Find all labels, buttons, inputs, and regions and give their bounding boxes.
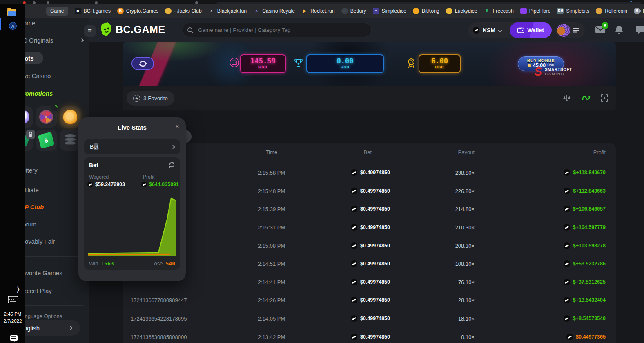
wallet-button[interactable]: Wallet	[510, 22, 552, 38]
bet-payout: 28.10×	[408, 297, 475, 303]
table-row[interactable]: 1724136630885008000 2:13:42 PM $0.499748…	[123, 327, 616, 343]
keyboard-icon[interactable]	[8, 296, 18, 303]
balance-display-bonus: 6.00 USD	[419, 54, 461, 73]
bet-amount: $0.49974850	[319, 334, 390, 340]
profile-cluster[interactable]	[555, 22, 585, 38]
bet-profit: $+103.598278	[475, 242, 606, 249]
header: ≡ BC.GAME KSM Wallet 8	[89, 18, 644, 42]
favorite-label: 3 Favorite	[143, 95, 168, 101]
bookmark-item[interactable]: $Freecash	[484, 8, 514, 14]
bet-time: 2:14:05 PM	[221, 316, 323, 322]
bookmark-item[interactable]: ♠Blackjack.fun	[208, 8, 247, 14]
logo-text: BC.GAME	[116, 24, 165, 36]
loop-arrows-icon	[138, 60, 148, 67]
bookmark-item[interactable]: BCrypto.Games	[117, 8, 158, 14]
bookmark-item[interactable]: Game	[46, 7, 68, 16]
coin-icon	[564, 169, 570, 176]
lose-count: 540	[166, 260, 175, 267]
game-tile-coins[interactable]	[60, 130, 81, 151]
currency-selector[interactable]: KSM Wallet	[468, 22, 552, 38]
bcgame-logo[interactable]: BC.GAME	[100, 22, 165, 36]
sidebar-divider	[19, 256, 84, 257]
taskbar-expand-chevron[interactable]: ❭	[16, 285, 21, 293]
bookmark-favicon	[596, 8, 602, 14]
live-stats-icon[interactable]	[582, 94, 591, 102]
coin-icon	[564, 242, 570, 249]
stats-mode-selector[interactable]: Bet	[84, 139, 180, 154]
browser-tab-strip	[0, 0, 644, 4]
hamburger-menu-button[interactable]: ≡	[84, 25, 96, 37]
bet-time: 2:13:42 PM	[221, 334, 323, 340]
bookmark-item[interactable]: •Simpledice	[373, 8, 406, 14]
taskbar-clock[interactable]: 2:45 PM 2/7/2022	[0, 311, 25, 325]
coin-icon	[564, 260, 570, 267]
coin-icon	[351, 334, 357, 340]
balance-value: 145.59	[241, 57, 285, 65]
reset-stats-icon[interactable]	[168, 161, 175, 168]
bookmark-label: Luckydice	[455, 8, 477, 14]
fairness-scales-icon[interactable]	[563, 94, 571, 102]
search-bar[interactable]	[182, 23, 372, 37]
dollar-tag-icon: $	[38, 132, 54, 148]
bookmark-item[interactable]: Rollercoin	[596, 8, 627, 14]
bookmarks-overflow-icon[interactable]: »	[638, 7, 642, 14]
win-lose-chart	[88, 195, 176, 256]
bet-amount: $0.49974850	[319, 242, 390, 249]
bet-profit: $+112.843663	[475, 188, 606, 194]
bookmark-item[interactable]: BitKong	[413, 8, 439, 14]
bookmark-item[interactable]: Luckydice	[446, 8, 477, 14]
banner-refresh-button[interactable]	[131, 57, 154, 70]
coin-icon	[141, 182, 147, 187]
bookmark-item[interactable]: ♣Casino Royale	[253, 8, 295, 14]
menu-list-icon	[573, 27, 579, 33]
chat-button[interactable]	[635, 25, 644, 36]
bookmark-item[interactable]: ▶Rocket.run	[301, 8, 334, 14]
search-input[interactable]	[197, 27, 366, 34]
notification-center-icon[interactable]	[10, 334, 18, 343]
bookmark-item[interactable]: ☻BCH.games	[75, 8, 111, 14]
table-row[interactable]: 2:15:48 PM $0.49974850 226.80× $+112.843…	[123, 182, 616, 200]
bookmark-item[interactable]: SBSimplebits	[557, 8, 589, 14]
game-tile-dollar-tag[interactable]: $	[36, 130, 57, 151]
balance-unit: USD	[241, 65, 285, 69]
bookmark-item[interactable]: - Jacks Club	[165, 8, 202, 14]
folder-icon[interactable]	[7, 9, 16, 16]
bookmark-favicon: ♣	[253, 8, 260, 14]
coin-icon	[351, 242, 357, 249]
table-row[interactable]: 1724136654228178695 2:14:05 PM $0.499748…	[123, 309, 616, 328]
game-toolbar: ★ 3 Favorite	[123, 86, 616, 110]
table-row[interactable]: 2:14:51 PM $0.49974850 108.10× $+53.5232…	[123, 255, 616, 273]
table-row[interactable]: 2:14:41 PM $0.49974850 76.10× $+37.53126…	[123, 273, 616, 291]
table-row[interactable]: 2:15:39 PM $0.49974850 214.80× $+106.846…	[123, 200, 616, 218]
table-row[interactable]: 2:15:31 PM $0.49974850 210.30× $+104.597…	[123, 218, 616, 237]
close-icon[interactable]: ×	[175, 122, 179, 131]
bet-stats-card: Bet Wagered Profit $59.2472903 $644.0350…	[84, 157, 180, 270]
currency-code: KSM	[483, 27, 495, 34]
table-header-row: Time Bet Payout Profit	[123, 143, 616, 164]
avatar[interactable]	[557, 24, 570, 37]
browser-icon-dot	[95, 1, 98, 4]
game-tile-piggy-bank[interactable]	[60, 106, 81, 128]
chevron-down-icon	[498, 28, 502, 32]
bet-payout: 238.80×	[408, 170, 475, 176]
table-row[interactable]: 2:15:08 PM $0.49974850 208.30× $+103.598…	[123, 236, 616, 255]
table-row[interactable]: 1724136677080989447 2:14:26 PM $0.499748…	[123, 291, 616, 309]
favorite-button[interactable]: ★ 3 Favorite	[127, 91, 174, 106]
coin-icon	[351, 260, 357, 267]
chat-icon	[635, 25, 644, 34]
header-bet: Bet	[319, 149, 390, 155]
bookmark-label: Game	[50, 8, 64, 14]
bet-amount: $0.49974850	[319, 297, 390, 303]
notifications-button[interactable]	[615, 25, 624, 36]
app-a-icon[interactable]: A	[9, 22, 17, 30]
provider-name: SMARTSOFT	[545, 67, 572, 72]
coin-icon	[87, 182, 93, 187]
mail-button[interactable]: 8	[595, 25, 606, 36]
trophy-icon	[293, 58, 304, 68]
bookmark-item[interactable]: PipeFlare	[520, 8, 551, 14]
header-time: Time	[221, 149, 323, 155]
bookmark-item[interactable]: Betfury	[341, 8, 366, 14]
fullscreen-icon[interactable]	[600, 94, 608, 102]
profit-value: $644.035091	[141, 182, 179, 187]
table-row[interactable]: 2:15:58 PM $0.49974850 238.80× $+118.840…	[123, 164, 616, 182]
